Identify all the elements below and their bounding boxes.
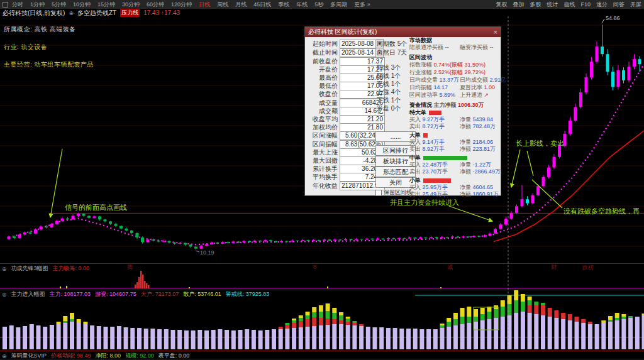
date-input[interactable]: 2025-08-08 xyxy=(340,40,376,48)
field-label: 截止时间 xyxy=(308,48,338,57)
right-label: 区间波动率 xyxy=(409,92,440,98)
field-label: 最大回撤 xyxy=(308,156,338,165)
right-row-1: 陆股通净买额 --融资净买额 -- xyxy=(409,43,498,52)
right-value: 9.14万手 xyxy=(423,139,445,145)
stat-value-box[interactable]: 21.80 xyxy=(340,123,385,132)
stat-field-row-5: 成交量668426 xyxy=(308,99,385,107)
stat-field-row-3: 最低价17.05 xyxy=(308,82,385,90)
right-value: -- xyxy=(445,44,449,50)
checkbox-icon[interactable] xyxy=(375,190,382,196)
field-label: 区间涨幅 xyxy=(308,131,338,140)
date-field-row-0: 起始时间2025-08-08▼ xyxy=(308,40,384,48)
right-value: ↗ xyxy=(484,92,489,98)
order-bar xyxy=(423,156,467,160)
right-label: 净额 xyxy=(460,191,473,197)
right-value: 5439.84 xyxy=(473,116,494,123)
right-label: 买入 xyxy=(409,184,423,190)
right-value: 8.92万手 xyxy=(423,146,445,152)
right-col2: 净额 782.48万 xyxy=(460,123,496,131)
field-label: 年化收益 xyxy=(308,182,338,190)
mid-stat-4: 平线 1个 xyxy=(377,80,401,89)
section-title: 资金情况 xyxy=(409,102,432,108)
stat-field-row-13: 累计换手36.20% xyxy=(308,165,385,173)
mid-stat-1: 自然日 7天 xyxy=(377,48,407,57)
right-value: 23.70万手 xyxy=(423,168,448,175)
date-input[interactable]: 2025-08-14 xyxy=(340,48,376,57)
interval-stats-dialog[interactable]: 必得科技 区间统计(复权) × 起始时间2025-08-08▼截止时间2025-… xyxy=(304,26,501,196)
right-value: 0.74%(振幅 31.50%) xyxy=(434,62,486,68)
mid-stat-0: 周期数 5个 xyxy=(377,40,407,48)
order-bar xyxy=(423,178,451,183)
field-label: 累计换手 xyxy=(308,165,338,173)
field-label: 最高价 xyxy=(308,74,338,82)
right-label: 融资净买额 xyxy=(460,44,490,50)
right-value: 1.00 xyxy=(484,84,496,90)
right-label: 净量 xyxy=(460,139,473,145)
right-label: 卖出 xyxy=(409,191,423,197)
right-label: 卖出 xyxy=(409,146,423,152)
stat-field-row-0: 前收盘价17.37 xyxy=(308,57,385,65)
right-value: 2.52%(振幅 29.72%) xyxy=(434,69,486,75)
checkbox-label: 保留区间线 xyxy=(384,188,412,197)
order-group-name: 中单 xyxy=(409,155,421,161)
field-label: 前收盘价 xyxy=(308,57,338,66)
stat-field-row-12: 最大回撤-4.28% xyxy=(308,156,385,165)
right-value: -2866.49万 xyxy=(473,168,501,175)
stat-field-row-15: 年化收益212871012.96% xyxy=(308,182,385,190)
right-value: 25.49万手 xyxy=(423,191,448,197)
right-label: 行业涨幅 xyxy=(409,69,434,75)
field-label: 收盘价 xyxy=(308,90,338,99)
order-group-name: 特大单 xyxy=(409,109,426,116)
right-value: 4604.65 xyxy=(473,184,494,190)
field-label: 最大上涨 xyxy=(308,148,338,157)
right-col2: 净额 223.81万 xyxy=(460,145,496,153)
stat-field-row-11: 最大上涨50.62% xyxy=(308,148,385,156)
right-label: 净量 xyxy=(460,116,473,123)
right-label: 卖出 xyxy=(409,168,423,175)
stat-value-box[interactable]: 21.20 xyxy=(340,115,385,124)
fund-value: 1006.30万 xyxy=(458,102,484,108)
dialog-titlebar[interactable]: 必得科技 区间统计(复权) × xyxy=(305,27,501,37)
right-value: 5.89% xyxy=(440,92,456,98)
right-value: 2184.06 xyxy=(473,139,494,145)
stat-field-row-4: 收盘价22.97 xyxy=(308,90,385,99)
right-value: 1860.91万 xyxy=(473,191,499,197)
field-label: 起始时间 xyxy=(308,40,338,48)
order-bar xyxy=(423,133,428,138)
order-group-name: 大单 xyxy=(409,132,421,138)
right-label: 日均成交额 xyxy=(460,77,490,83)
mid-stat-5: 上涨 4个 xyxy=(377,88,401,97)
right-label: 日均振幅 xyxy=(409,84,434,90)
right-label: 净额 xyxy=(460,168,473,175)
stat-field-row-1: 开盘价17.27 xyxy=(308,65,385,74)
field-label: 平均换手 xyxy=(308,173,338,182)
close-icon[interactable]: × xyxy=(494,29,497,35)
right-label: 净量 xyxy=(460,161,473,168)
right-value: 9.27万手 xyxy=(423,116,445,123)
right-label: 日均成交量 xyxy=(409,77,440,83)
right-col2: 净额 -2866.49万 xyxy=(460,168,501,176)
stat-field-row-8: 加权均价21.80 xyxy=(308,124,385,132)
right-value: 2.91亿 xyxy=(490,77,507,83)
stat-field-row-7: 收盘平均21.20 xyxy=(308,115,385,123)
right-label: 夏普比率 xyxy=(460,84,484,90)
right-label: 上升通道 xyxy=(460,92,484,98)
right-value: 14.17 xyxy=(434,84,448,90)
right-label: 净额 xyxy=(460,123,473,129)
right-col2: 融资净买额 -- xyxy=(460,43,494,52)
right-label: 卖出 xyxy=(409,123,423,129)
field-label: 加权均价 xyxy=(308,123,338,132)
right-value: 25.95万手 xyxy=(423,184,448,190)
stat-field-row-2: 最高价25.68 xyxy=(308,74,385,82)
right-col2: 上升通道 ↗ xyxy=(460,91,489,99)
order-group-name: 小单 xyxy=(409,177,421,183)
right-value: 782.48万 xyxy=(473,123,496,129)
right-row-17: 卖出 23.70万手净额 -2866.49万 xyxy=(409,168,498,176)
stat-field-row-14: 平均换手7.24% xyxy=(308,173,385,182)
right-row-14: 卖出 8.92万手净额 223.81万 xyxy=(409,145,498,153)
right-label: 陆股通净买额 xyxy=(409,44,445,50)
dialog-title: 必得科技 区间统计(复权) xyxy=(308,28,377,36)
keep-interval-checkbox[interactable]: 保留区间线 xyxy=(375,188,412,197)
right-value: -1.22万 xyxy=(473,161,492,168)
field-label: 开盘价 xyxy=(308,65,338,74)
